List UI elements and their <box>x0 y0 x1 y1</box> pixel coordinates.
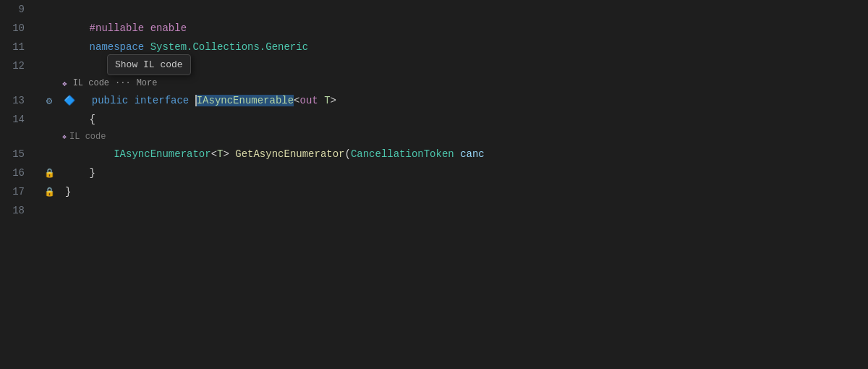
line-num-15: 15 <box>0 145 36 164</box>
il-code-label: IL code <box>73 78 109 88</box>
more-link[interactable]: More <box>137 78 158 88</box>
codelens-bar: ❖ IL code ··· More <box>0 75 868 91</box>
code-line-15: 15 IAsyncEnumerator<T> GetAsyncEnumerato… <box>0 145 868 164</box>
code-line-13: 13 ⚙ 🔷 public interface IAsyncEnumerable… <box>0 91 868 110</box>
line-content-17: } <box>62 182 868 201</box>
line-num-10: 10 <box>0 19 36 38</box>
il-code-inner-bar: ❖ IL code <box>0 129 868 145</box>
line-content-10: #nullable enable <box>62 19 868 38</box>
connector-icon: ⚙ <box>46 95 52 107</box>
line-num-9: 9 <box>0 0 36 19</box>
code-line-9: 9 <box>0 0 868 19</box>
code-lines: 9 10 #nullable enable 11 namespace Syste… <box>0 0 868 220</box>
code-line-16: 16 🔒 } <box>0 164 868 182</box>
line-num-18: 18 <box>0 201 36 220</box>
gutter-17: 🔒 <box>36 187 62 198</box>
il-code-inner-icon: ❖ <box>62 132 67 141</box>
code-line-14: 14 { <box>0 110 868 129</box>
line-num-13: 13 <box>0 91 36 110</box>
line-num-12: 12 <box>0 56 36 75</box>
code-line-18: 18 <box>0 201 868 220</box>
code-editor: 9 10 #nullable enable 11 namespace Syste… <box>0 0 868 369</box>
line-content-15: IAsyncEnumerator<T> GetAsyncEnumerator(C… <box>62 145 868 164</box>
line-content-16: } <box>62 164 868 182</box>
line-content-13: public interface IAsyncEnumerable<out T> <box>77 91 868 110</box>
gutter-16: 🔒 <box>36 168 62 179</box>
lock-icon-17: 🔒 <box>44 187 55 198</box>
shield-icon-13: 🔷 <box>64 95 75 106</box>
tooltip-text: Show IL code <box>115 59 183 70</box>
il-code-inner-label[interactable]: IL code <box>69 132 106 142</box>
line-num-17: 17 <box>0 182 36 201</box>
line-num-11: 11 <box>0 38 36 56</box>
line-content-14: { <box>62 110 868 129</box>
il-code-link[interactable]: IL code <box>73 78 109 88</box>
line-num-16: 16 <box>0 164 36 182</box>
code-line-17: 17 🔒 } <box>0 182 868 201</box>
il-code-icon: ❖ <box>62 79 67 88</box>
code-line-10: 10 #nullable enable <box>0 19 868 38</box>
gutter-13: ⚙ <box>36 95 62 107</box>
tooltip-show-il-code[interactable]: Show IL code <box>107 54 191 75</box>
more-dots: ··· <box>115 78 131 88</box>
lock-icon-16: 🔒 <box>44 168 55 179</box>
line-num-14: 14 <box>0 110 36 129</box>
more-label: More <box>137 78 158 88</box>
